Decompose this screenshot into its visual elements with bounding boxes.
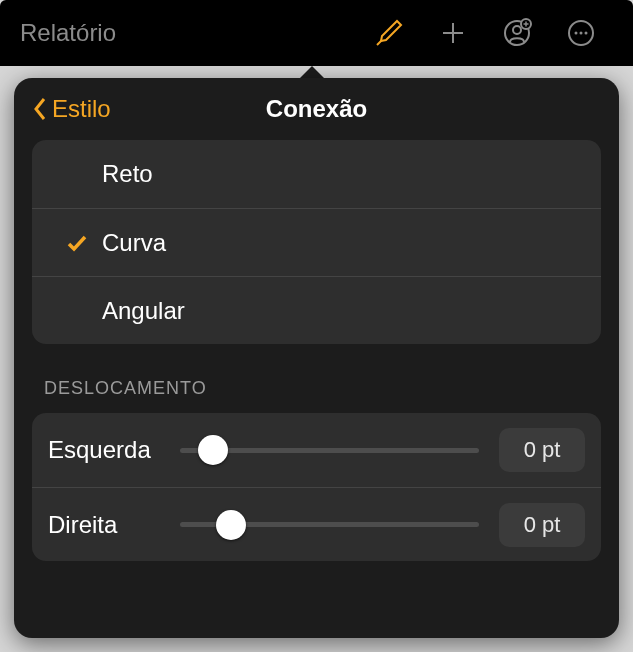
plus-icon [438, 18, 468, 48]
person-plus-icon [502, 18, 532, 48]
svg-point-3 [513, 26, 521, 34]
offset-right-label: Direita [48, 511, 180, 539]
brush-icon [374, 18, 404, 48]
checkmark-icon [52, 231, 102, 255]
offset-left-slider[interactable] [180, 435, 479, 465]
option-label: Curva [102, 229, 166, 257]
back-button[interactable]: Estilo [32, 95, 111, 123]
offset-left-row: Esquerda 0 pt [32, 413, 601, 487]
slider-thumb[interactable] [198, 435, 228, 465]
option-label: Reto [102, 160, 153, 188]
popover-title: Conexão [32, 95, 601, 123]
back-label: Estilo [52, 95, 111, 123]
connection-type-curva[interactable]: Curva [32, 208, 601, 276]
top-toolbar: Relatório [0, 0, 633, 66]
offset-right-value[interactable]: 0 pt [499, 503, 585, 547]
connection-type-list: Reto Curva Angular [32, 140, 601, 344]
connection-popover: Estilo Conexão Reto Curva [14, 78, 619, 638]
more-button[interactable] [549, 0, 613, 66]
offset-left-label: Esquerda [48, 436, 180, 464]
insert-button[interactable] [421, 0, 485, 66]
offset-right-row: Direita 0 pt [32, 487, 601, 561]
svg-point-8 [575, 32, 578, 35]
offset-controls: Esquerda 0 pt Direita 0 pt [32, 413, 601, 561]
offset-left-value[interactable]: 0 pt [499, 428, 585, 472]
offset-section-header: DESLOCAMENTO [44, 378, 601, 399]
document-title: Relatório [20, 19, 116, 47]
offset-right-slider[interactable] [180, 510, 479, 540]
connection-type-reto[interactable]: Reto [32, 140, 601, 208]
svg-point-9 [580, 32, 583, 35]
connection-type-angular[interactable]: Angular [32, 276, 601, 344]
slider-thumb[interactable] [216, 510, 246, 540]
collaborate-button[interactable] [485, 0, 549, 66]
popover-header: Estilo Conexão [32, 78, 601, 140]
option-label: Angular [102, 297, 185, 325]
format-brush-button[interactable] [357, 0, 421, 66]
svg-point-10 [585, 32, 588, 35]
ellipsis-circle-icon [566, 18, 596, 48]
chevron-left-icon [32, 96, 48, 122]
